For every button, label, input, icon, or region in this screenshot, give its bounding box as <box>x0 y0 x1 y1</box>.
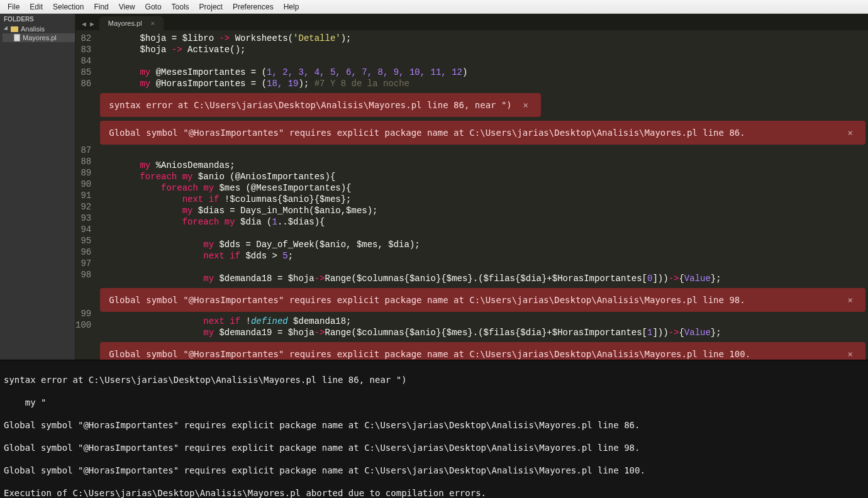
folder-label: Analisis <box>21 25 45 33</box>
editor-area: ◄ ► Mayores.pl × 8283848586 878889909192… <box>75 14 868 360</box>
build-line: Global symbol "@HorasImportantes" requir… <box>4 419 864 431</box>
menu-help[interactable]: Help <box>279 1 304 13</box>
build-line: my " <box>4 397 864 408</box>
error-close-icon[interactable]: × <box>520 99 532 111</box>
inline-error-4: Global symbol "@HorasImportantes" requir… <box>100 342 865 360</box>
menu-edit[interactable]: Edit <box>25 1 48 13</box>
menu-selection[interactable]: Selection <box>48 1 89 13</box>
file-label: Mayores.pl <box>23 34 57 42</box>
folder-sidebar: FOLDERS Analisis Mayores.pl <box>0 14 75 360</box>
menu-tools[interactable]: Tools <box>167 1 194 13</box>
tab-close-icon[interactable]: × <box>151 19 155 27</box>
build-output-panel[interactable]: syntax error at C:\Users\jarias\Desktop\… <box>0 360 868 498</box>
build-line: Global symbol "@HorasImportantes" requir… <box>4 442 864 453</box>
tab-mayores[interactable]: Mayores.pl × <box>99 16 164 30</box>
folder-expand-icon[interactable] <box>4 26 9 31</box>
inline-error-3: Global symbol "@HorasImportantes" requir… <box>100 288 865 312</box>
menu-preferences[interactable]: Preferences <box>228 1 279 13</box>
menu-project[interactable]: Project <box>194 1 228 13</box>
menu-find[interactable]: Find <box>89 1 113 13</box>
error-close-icon[interactable]: × <box>844 127 857 138</box>
tab-label: Mayores.pl <box>108 19 142 27</box>
menu-file[interactable]: File <box>3 1 25 13</box>
tab-history-nav: ◄ ► <box>78 20 99 30</box>
sidebar-folder[interactable]: Analisis <box>3 25 75 33</box>
build-line: Global symbol "@HorasImportantes" requir… <box>4 465 864 476</box>
error-text: Global symbol "@HorasImportantes" requir… <box>109 127 745 138</box>
error-close-icon[interactable]: × <box>844 294 857 306</box>
error-text: syntax error at C:\Users\jarias\Desktop\… <box>109 99 512 111</box>
menu-goto[interactable]: Goto <box>140 1 167 13</box>
build-line: Execution of C:\Users\jarias\Desktop\Ana… <box>4 487 864 498</box>
code-editor[interactable]: 8283848586 878889909192939495969798 9910… <box>75 30 868 360</box>
error-text: Global symbol "@HorasImportantes" requir… <box>109 294 745 306</box>
menu-view[interactable]: View <box>114 1 140 13</box>
file-icon <box>14 34 20 42</box>
line-gutter: 8283848586 878889909192939495969798 9910… <box>75 30 97 360</box>
nav-forward-icon[interactable]: ► <box>89 20 96 28</box>
nav-back-icon[interactable]: ◄ <box>81 20 87 28</box>
sidebar-file[interactable]: Mayores.pl <box>3 33 75 42</box>
menu-bar: File Edit Selection Find View Goto Tools… <box>0 0 868 14</box>
sidebar-header: FOLDERS <box>0 14 75 25</box>
error-close-icon[interactable]: × <box>844 348 857 360</box>
build-line: syntax error at C:\Users\jarias\Desktop\… <box>4 374 864 385</box>
tab-bar: ◄ ► Mayores.pl × <box>75 14 868 30</box>
code-content[interactable]: $hoja = $libro -> Worksheets('Detalle');… <box>97 30 868 360</box>
error-text: Global symbol "@HorasImportantes" requir… <box>109 348 750 360</box>
inline-error-2: Global symbol "@HorasImportantes" requir… <box>100 121 865 145</box>
inline-error-1: syntax error at C:\Users\jarias\Desktop\… <box>100 93 541 117</box>
folder-icon <box>11 26 18 32</box>
